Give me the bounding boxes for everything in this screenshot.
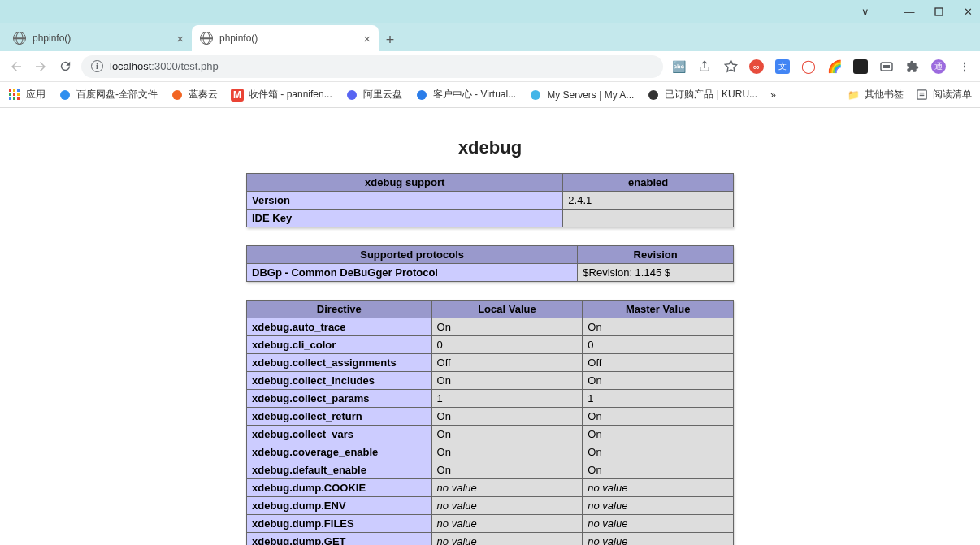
svg-rect-8 <box>17 93 20 96</box>
ext-icon[interactable]: 文 <box>775 59 790 74</box>
cell-directive: xdebug.collect_vars <box>247 426 432 443</box>
cell-directive: xdebug.collect_includes <box>247 372 432 390</box>
share-icon[interactable] <box>697 59 712 74</box>
page-viewport[interactable]: xdebug xdebug supportenabled Version2.4.… <box>0 108 980 545</box>
ext-icon[interactable] <box>879 59 894 74</box>
bookmark-item[interactable]: 蓝奏云 <box>171 88 218 102</box>
cell-local: no value <box>431 515 583 533</box>
ext-icon[interactable]: 🌈 <box>827 59 842 74</box>
bookmark-icon <box>59 89 72 102</box>
cell-directive: xdebug.cli_color <box>247 336 432 354</box>
bookmark-item[interactable]: 已订购产品 | KURU... <box>647 88 757 102</box>
window-titlebar: ∨ — ✕ <box>0 0 980 23</box>
apps-label: 应用 <box>26 88 46 102</box>
cell-master: On <box>583 461 734 479</box>
module-heading: xdebug <box>246 137 734 158</box>
svg-rect-10 <box>13 97 15 100</box>
svg-rect-4 <box>13 89 15 92</box>
window-caret[interactable]: ∨ <box>860 6 871 17</box>
back-button[interactable] <box>8 58 24 75</box>
bookmark-label: 客户中心 - Virtual... <box>433 88 516 102</box>
window-maximize[interactable] <box>933 6 944 17</box>
table-header: Directive <box>247 301 432 318</box>
cell-master: 0 <box>583 336 734 354</box>
cell-local: 1 <box>431 390 583 408</box>
cell-value: 2.4.1 <box>563 192 734 210</box>
table-header: enabled <box>563 174 734 192</box>
cell-local: 0 <box>431 336 583 354</box>
reading-list[interactable]: 阅读清单 <box>915 88 972 102</box>
cell-directive: xdebug.coverage_enable <box>247 443 432 461</box>
cell-master: no value <box>583 497 734 515</box>
table-row: xdebug.default_enableOnOn <box>247 461 734 479</box>
svg-rect-18 <box>917 90 926 99</box>
table-row: xdebug.collect_returnOnOn <box>247 408 734 426</box>
bookmark-item[interactable]: M收件箱 - pannifen... <box>231 88 332 102</box>
table-row: xdebug.cli_color00 <box>247 336 734 354</box>
bookmark-item[interactable]: My Servers | My A... <box>529 88 634 102</box>
new-tab-button[interactable]: + <box>379 28 401 51</box>
cell-master: On <box>583 408 734 426</box>
reload-button[interactable] <box>57 58 73 75</box>
bookmarks-bar: 应用 百度网盘-全部文件蓝奏云M收件箱 - pannifen...阿里云盘客户中… <box>0 82 980 108</box>
tab-close-icon[interactable]: × <box>176 32 184 45</box>
address-bar[interactable]: i localhost:3000/test.php <box>81 55 663 78</box>
cell-directive: xdebug.dump.ENV <box>247 497 432 515</box>
ext-icon[interactable]: ◯ <box>801 59 816 74</box>
table-row: DBGp - Common DeBuGger Protocol$Revision… <box>247 264 734 282</box>
cell-master: 1 <box>583 390 734 408</box>
svg-point-17 <box>648 90 658 100</box>
bookmark-label: 百度网盘-全部文件 <box>76 88 158 102</box>
bookmark-label: 收件箱 - pannifen... <box>249 88 332 102</box>
svg-point-12 <box>60 90 70 100</box>
apps-button[interactable]: 应用 <box>8 88 46 102</box>
ext-icon[interactable] <box>853 59 868 74</box>
cell-master: Off <box>583 354 734 372</box>
bookmark-item[interactable]: 百度网盘-全部文件 <box>59 88 158 102</box>
table-row: xdebug.dump.COOKIEno valueno value <box>247 479 734 497</box>
table-row: xdebug.collect_params11 <box>247 390 734 408</box>
svg-rect-11 <box>17 97 20 100</box>
ext-icon[interactable]: ∞ <box>749 59 764 74</box>
cell-local: no value <box>431 497 583 515</box>
svg-rect-9 <box>9 97 11 100</box>
other-bookmarks[interactable]: 📁 其他书签 <box>847 88 904 102</box>
bookmark-item[interactable]: 客户中心 - Virtual... <box>415 88 516 102</box>
browser-tab[interactable]: phpinfo() × <box>192 25 379 51</box>
table-row: xdebug.collect_varsOnOn <box>247 426 734 443</box>
table-row: xdebug.coverage_enableOnOn <box>247 443 734 461</box>
window-close[interactable]: ✕ <box>962 6 973 17</box>
tab-title: phpinfo() <box>33 32 170 44</box>
cell-directive: xdebug.collect_return <box>247 408 432 426</box>
cell-key: DBGp - Common DeBuGger Protocol <box>247 264 578 282</box>
xdebug-support-table: xdebug supportenabled Version2.4.1IDE Ke… <box>246 173 734 227</box>
cell-local: Off <box>431 354 583 372</box>
list-icon <box>915 89 928 102</box>
star-icon[interactable] <box>723 59 738 74</box>
extensions-icon[interactable] <box>905 59 920 74</box>
profile-avatar[interactable]: 通 <box>931 59 946 74</box>
browser-tab[interactable]: phpinfo() × <box>5 25 192 51</box>
bookmark-item[interactable]: 阿里云盘 <box>345 88 402 102</box>
svg-rect-0 <box>935 8 943 15</box>
bookmark-icon <box>415 89 428 102</box>
cell-directive: xdebug.collect_assignments <box>247 354 432 372</box>
site-info-icon[interactable]: i <box>91 60 103 72</box>
svg-point-13 <box>172 90 182 100</box>
translate-icon[interactable]: 🔤 <box>671 59 686 74</box>
tab-close-icon[interactable]: × <box>363 32 371 45</box>
svg-rect-2 <box>883 65 890 68</box>
tab-title: phpinfo() <box>219 32 357 44</box>
cell-master: On <box>583 426 734 443</box>
forward-button[interactable] <box>33 58 49 75</box>
menu-icon[interactable]: ⋮ <box>957 59 972 74</box>
browser-toolbar: i localhost:3000/test.php 🔤 ∞ 文 ◯ 🌈 通 ⋮ <box>0 51 980 82</box>
svg-point-15 <box>417 90 427 100</box>
bookmarks-overflow[interactable]: » <box>770 89 776 101</box>
bookmark-icon <box>529 89 542 102</box>
table-row: IDE Key <box>247 210 734 227</box>
cell-directive: xdebug.dump.COOKIE <box>247 479 432 497</box>
svg-rect-3 <box>9 89 11 92</box>
table-header: Supported protocols <box>247 246 578 264</box>
window-minimize[interactable]: — <box>904 6 915 17</box>
